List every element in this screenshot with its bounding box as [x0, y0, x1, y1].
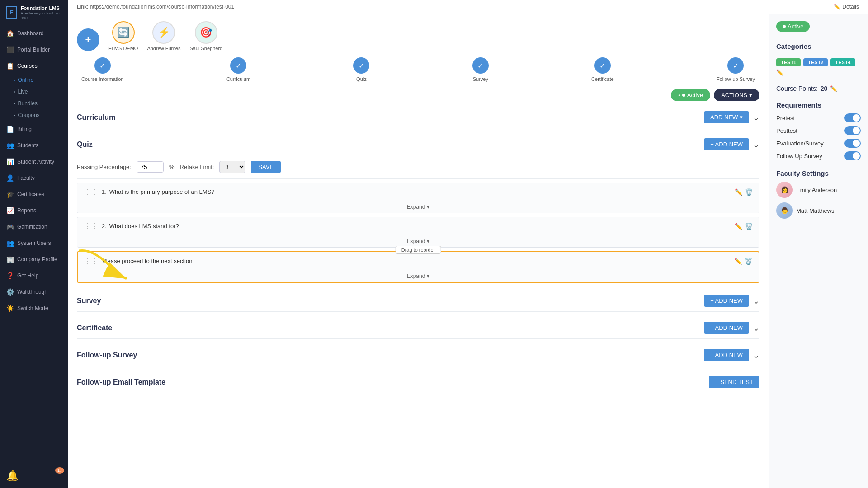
sidebar-label-dashboard: Dashboard [17, 30, 44, 37]
faculty-list: 👩 Emily Anderson 👨 Matt Matthews [776, 182, 861, 219]
req-pretest-toggle[interactable] [844, 113, 861, 122]
sidebar-item-courses[interactable]: 📋 Courses [0, 58, 68, 74]
question-3: ⋮⋮ Please proceed to the next section. ✏… [77, 251, 760, 283]
requirements-section: Requirements Pretest Posttest Evaluation… [776, 101, 861, 160]
sidebar-label-get-help: Get Help [17, 272, 38, 279]
quiz-save-button[interactable]: SAVE [251, 161, 281, 173]
categories-row: TEST1 TEST2 TEST4 ✏️ [776, 58, 861, 76]
requirements-list: Pretest Posttest Evaluation/Survey [776, 113, 861, 160]
drag-handle-3[interactable]: ⋮⋮ [84, 257, 99, 265]
pct-symbol: % [169, 164, 175, 170]
q3-edit-button[interactable]: ✏️ [734, 258, 742, 265]
chevron-down-icon-curriculum: ⌄ [753, 113, 760, 122]
quiz-add-new-button[interactable]: + ADD NEW [704, 138, 749, 150]
q2-edit-button[interactable]: ✏️ [735, 223, 742, 230]
curriculum-dropdown-icon: ▾ [740, 114, 743, 121]
q2-delete-button[interactable]: 🗑️ [745, 223, 753, 230]
retake-limit-select[interactable]: 3 1 2 5 [219, 161, 245, 173]
certificate-collapse-button[interactable]: ⌄ [753, 323, 760, 333]
add-avatar-button[interactable]: + [77, 28, 99, 51]
course-points-edit-button[interactable]: ✏️ [830, 85, 837, 92]
step-quiz: ✓ Quiz [353, 57, 369, 82]
sidebar-sub-online[interactable]: Online [0, 74, 68, 86]
sidebar-sub-bundles[interactable]: Bundles [0, 98, 68, 109]
question-2: ⋮⋮ 2. What does LMS stand for? ✏️ 🗑️ Exp… [77, 217, 760, 248]
expand-label-3: Expand [407, 273, 425, 279]
follow-up-survey-add-new-button[interactable]: + ADD NEW [704, 349, 749, 361]
sidebar-sub-coupons[interactable]: Coupons [0, 109, 68, 121]
drag-handle-2[interactable]: ⋮⋮ [84, 222, 98, 230]
quiz-collapse-button[interactable]: ⌄ [753, 140, 760, 150]
question-1-header: ⋮⋮ 1. What is the primary purpose of an … [77, 183, 759, 201]
step-label-certificate: Certificate [591, 76, 614, 82]
expand-label-2: Expand [407, 238, 425, 244]
certificate-add-new-button[interactable]: + ADD NEW [704, 322, 749, 334]
sidebar-item-certificates[interactable]: 🎓 Certificates [0, 186, 68, 202]
req-evaluation-survey: Evaluation/Survey [776, 139, 861, 148]
sidebar-item-system-users[interactable]: 👥 System Users [0, 235, 68, 251]
course-points-section: Course Points: 20 ✏️ [776, 85, 861, 92]
curriculum-collapse-button[interactable]: ⌄ [753, 113, 760, 122]
sidebar-sub-label-online: Online [18, 77, 34, 83]
follow-up-survey-collapse-button[interactable]: ⌄ [753, 350, 760, 360]
q1-delete-button[interactable]: 🗑️ [745, 188, 753, 196]
follow-up-survey-header: Follow-up Survey + ADD NEW ⌄ [77, 344, 760, 366]
sidebar-item-billing[interactable]: 📄 Billing [0, 121, 68, 137]
chevron-down-icon-quiz: ⌄ [753, 140, 760, 149]
q3-delete-button[interactable]: 🗑️ [745, 258, 752, 265]
follow-up-email-send-button[interactable]: + SEND TEST [709, 376, 760, 388]
certificate-section: Certificate + ADD NEW ⌄ [77, 317, 760, 339]
sidebar-item-gamification[interactable]: 🎮 Gamification [0, 219, 68, 235]
system-users-icon: 👥 [6, 239, 14, 247]
notifications[interactable]: 🔔 17 [0, 464, 68, 488]
categories-edit-button[interactable]: ✏️ [776, 69, 783, 76]
passing-pct-input[interactable] [137, 161, 164, 173]
req-posttest-label: Posttest [776, 127, 797, 134]
sidebar-item-students[interactable]: 👥 Students [0, 137, 68, 154]
curriculum-add-new-button[interactable]: ADD NEW ▾ [704, 111, 749, 123]
avatar-saul: 🎯 Saul Shepherd [189, 21, 222, 51]
sidebar-sub-label-live: Live [18, 89, 28, 95]
sidebar-item-get-help[interactable]: ❓ Get Help [0, 267, 68, 284]
logo-tagline: A better way to teach and learn [21, 11, 61, 19]
details-link[interactable]: ✏️ Details [834, 4, 859, 10]
sidebar-item-switch-mode[interactable]: ☀️ Switch Mode [0, 300, 68, 316]
step-label-quiz: Quiz [356, 76, 367, 82]
q2-expand-button[interactable]: Expand ▾ [407, 238, 430, 244]
requirements-title: Requirements [776, 101, 821, 109]
q1-edit-button[interactable]: ✏️ [735, 188, 742, 196]
sidebar-label-reports: Reports [17, 207, 36, 214]
status-badge: Active [776, 21, 810, 32]
survey-collapse-button[interactable]: ⌄ [753, 296, 760, 306]
faculty-settings-title: Faculty Settings [776, 169, 829, 177]
portal-builder-icon: ⬛ [6, 46, 14, 53]
sidebar-item-reports[interactable]: 📈 Reports [0, 202, 68, 219]
active-button[interactable]: Active [671, 89, 710, 101]
survey-add-new-button[interactable]: + ADD NEW [704, 295, 749, 307]
sidebar-item-student-activity[interactable]: 📊 Student Activity [0, 154, 68, 170]
sidebar-item-faculty[interactable]: 👤 Faculty [0, 170, 68, 186]
step-follow-up: ✓ Follow-up Survey [717, 57, 755, 82]
q1-text: What is the primary purpose of an LMS? [109, 188, 735, 195]
sidebar-sub-live[interactable]: Live [0, 86, 68, 98]
actions-button[interactable]: ACTIONS ▾ [714, 89, 760, 101]
avatar-name-flms: FLMS DEMO [108, 46, 138, 51]
req-pretest-label: Pretest [776, 115, 795, 122]
sidebar-item-portal-builder[interactable]: ⬛ Portal Builder [0, 42, 68, 58]
course-points-value: 20 [821, 85, 828, 92]
drag-to-reorder-badge: Drag to reorder [396, 246, 441, 254]
drag-handle-1[interactable]: ⋮⋮ [84, 188, 98, 196]
sidebar-item-company-profile[interactable]: 🏢 Company Profile [0, 251, 68, 267]
faculty-emily: 👩 Emily Anderson [776, 182, 861, 198]
matt-avatar-icon: 👨 [781, 207, 788, 214]
q3-expand-button[interactable]: Expand ▾ [407, 273, 430, 279]
req-posttest-toggle[interactable] [844, 126, 861, 135]
req-follow-up-toggle[interactable] [844, 151, 861, 160]
emily-avatar-icon: 👩 [781, 186, 788, 193]
sidebar: F Foundation LMS A better way to teach a… [0, 0, 68, 488]
q3-actions: ✏️ 🗑️ [734, 258, 752, 265]
sidebar-item-dashboard[interactable]: 🏠 Dashboard [0, 25, 68, 42]
req-eval-survey-toggle[interactable] [844, 139, 861, 148]
q1-expand-button[interactable]: Expand ▾ [407, 204, 430, 210]
sidebar-item-walkthrough[interactable]: ⚙️ Walkthrough [0, 284, 68, 300]
